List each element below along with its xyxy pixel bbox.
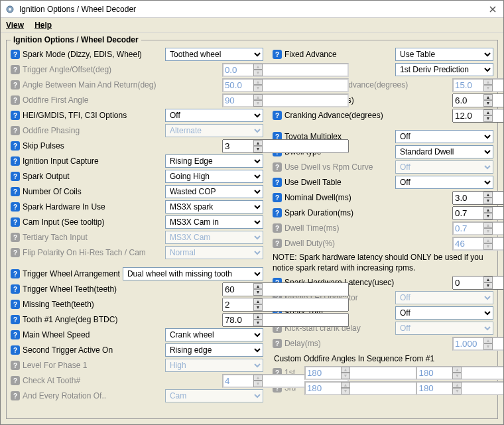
- info-icon[interactable]: ?: [11, 141, 20, 151]
- spin-down-icon[interactable]: ▼: [253, 304, 263, 311]
- info-icon[interactable]: ?: [11, 187, 20, 196]
- spin-down-icon[interactable]: ▼: [253, 320, 263, 326]
- spin-down-icon: ▼: [253, 70, 263, 76]
- crank-dwell-input[interactable]: [452, 93, 503, 107]
- spark-output-select[interactable]: Going High: [165, 170, 263, 183]
- spin-down-icon: ▼: [253, 381, 263, 387]
- delay-label: Delay(ms): [284, 339, 321, 348]
- cam-input-select[interactable]: MS3X Cam in: [165, 215, 263, 229]
- dwell-type-select[interactable]: Standard Dwell: [395, 145, 493, 158]
- main-wheel-speed-select[interactable]: Crank wheel: [165, 328, 263, 341]
- info-icon: ?: [11, 391, 20, 400]
- menu-help[interactable]: Help: [34, 21, 52, 30]
- info-icon: ?: [11, 361, 20, 370]
- info-icon[interactable]: ?: [11, 156, 20, 166]
- wheel-arrange-select[interactable]: Dual wheel with missing tooth: [123, 267, 263, 280]
- info-icon: ?: [11, 376, 20, 385]
- info-icon[interactable]: ?: [11, 330, 20, 339]
- num-coils-select[interactable]: Wasted COP: [165, 185, 263, 198]
- info-icon[interactable]: ?: [11, 345, 20, 355]
- spin-up-icon[interactable]: ▲: [253, 140, 263, 147]
- input-capture-label: Ignition Input Capture: [23, 156, 99, 166]
- input-capture-select[interactable]: Rising Edge: [165, 154, 263, 168]
- spark-mode-select[interactable]: Toothed wheel: [165, 48, 263, 61]
- window-title: Ignition Options / Wheel Decoder: [19, 5, 486, 14]
- latency-input[interactable]: [452, 276, 503, 290]
- dialog-window: Ignition Options / Wheel Decoder View He…: [0, 0, 504, 425]
- wheel-teeth-input[interactable]: [222, 282, 349, 296]
- info-icon[interactable]: ?: [11, 50, 20, 59]
- nominal-dwell-input[interactable]: [452, 191, 503, 205]
- skip-pulses-input[interactable]: [222, 139, 349, 153]
- info-icon[interactable]: ?: [11, 315, 20, 324]
- oddfire-first-input: [222, 93, 349, 107]
- spin-down-icon[interactable]: ▼: [253, 146, 263, 152]
- info-icon: ?: [11, 126, 20, 135]
- spin-up-icon[interactable]: ▲: [483, 207, 493, 213]
- spin-down-icon[interactable]: ▼: [483, 282, 493, 289]
- use-prediction-select[interactable]: 1st Deriv Prediction: [395, 63, 493, 76]
- spin-up-icon[interactable]: ▲: [483, 109, 493, 116]
- every-rotation-select: Cam: [165, 389, 263, 402]
- every-rotation-label: And Every Rotation Of..: [23, 391, 106, 400]
- spin-up-icon[interactable]: ▲: [483, 276, 493, 283]
- close-button[interactable]: [486, 3, 499, 16]
- tertiary-tach-select: MS3X Cam: [165, 231, 263, 244]
- tertiary-tach-label: Tertiary Tach Input: [23, 233, 88, 242]
- tooth1-input[interactable]: [222, 313, 349, 327]
- info-icon[interactable]: ?: [273, 50, 282, 59]
- info-icon[interactable]: ?: [273, 111, 282, 120]
- hei-select[interactable]: Off: [165, 109, 263, 122]
- info-icon[interactable]: ?: [11, 202, 20, 212]
- info-icon[interactable]: ?: [11, 172, 20, 181]
- spark-duration-input[interactable]: [452, 206, 503, 220]
- spin-up-icon: ▲: [341, 382, 350, 389]
- spin-down-icon[interactable]: ▼: [483, 100, 493, 107]
- spin-up-icon[interactable]: ▲: [253, 298, 263, 305]
- hw-in-use-select[interactable]: MS3X spark: [165, 200, 263, 213]
- info-icon[interactable]: ?: [11, 269, 20, 278]
- flip-polarity-label: Flip Polarity On Hi-Res Tach / Cam: [23, 248, 146, 257]
- oddfire-heading: Custom Oddfire Angles In Sequence From #…: [273, 351, 493, 365]
- info-icon[interactable]: ?: [11, 111, 20, 120]
- spin-up-icon[interactable]: ▲: [253, 283, 263, 290]
- info-icon: ?: [273, 239, 282, 248]
- menu-view[interactable]: View: [6, 21, 24, 30]
- spin-up-icon[interactable]: ▲: [483, 94, 493, 101]
- info-icon[interactable]: ?: [273, 208, 282, 217]
- spin-up-icon[interactable]: ▲: [253, 314, 263, 320]
- spin-up-icon[interactable]: ▲: [483, 192, 493, 198]
- spin-up-icon: ▲: [452, 382, 462, 389]
- info-icon: ?: [11, 248, 20, 257]
- second-trigger-label: Second Trigger Active On: [23, 345, 113, 355]
- check-tooth-label: Check At Tooth#: [23, 376, 80, 385]
- info-icon: ?: [11, 65, 20, 74]
- spin-up-icon: ▲: [483, 79, 493, 86]
- skip-pulses-label: Skip Pulses: [23, 141, 64, 151]
- info-icon[interactable]: ?: [273, 193, 282, 202]
- spin-down-icon[interactable]: ▼: [253, 289, 263, 296]
- info-icon: ?: [11, 233, 20, 242]
- fixed-advance-select[interactable]: Use Table: [395, 48, 493, 61]
- toyota-select[interactable]: Off: [395, 130, 493, 143]
- dwell-table-select[interactable]: Off: [395, 176, 493, 189]
- trigger-angle-input: [222, 63, 349, 77]
- spin-down-icon[interactable]: ▼: [483, 115, 493, 122]
- spin-down-icon[interactable]: ▼: [483, 213, 493, 219]
- dwell-time-input: [452, 221, 503, 235]
- info-icon[interactable]: ?: [11, 300, 20, 309]
- second-trigger-select[interactable]: Rising edge: [165, 343, 263, 357]
- spin-down-icon: ▼: [483, 228, 493, 235]
- close-icon: [489, 6, 496, 13]
- info-icon[interactable]: ?: [11, 284, 20, 294]
- info-icon[interactable]: ?: [11, 217, 20, 227]
- spin-down-icon[interactable]: ▼: [483, 198, 493, 204]
- app-icon: [5, 4, 15, 15]
- trigger-angle-label: Trigger Angle/Offset(deg): [23, 65, 111, 74]
- info-icon: ?: [273, 223, 282, 233]
- info-icon[interactable]: ?: [273, 178, 282, 187]
- missing-teeth-input[interactable]: [222, 298, 349, 312]
- spark-trim-select[interactable]: Off: [395, 306, 493, 320]
- crank-advance-input[interactable]: [452, 109, 503, 123]
- latency-note: NOTE: Spark hardware latency should ONLY…: [273, 251, 493, 274]
